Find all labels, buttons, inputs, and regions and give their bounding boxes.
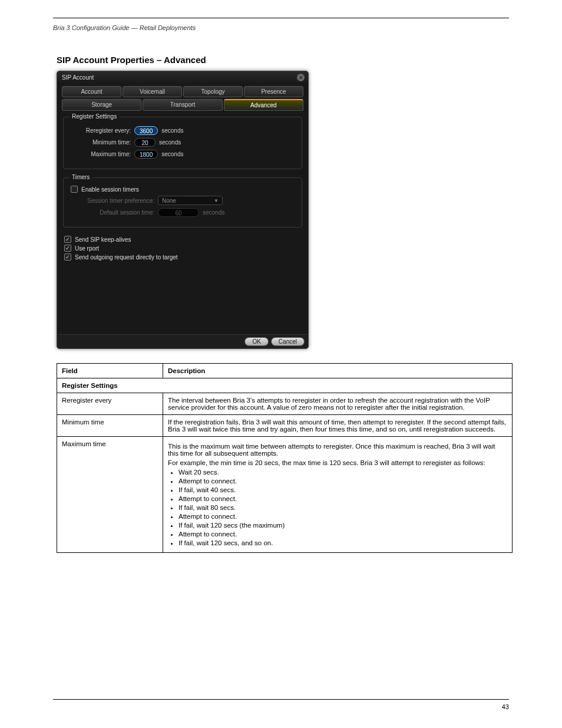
min-time-input[interactable]: 20 [134, 138, 156, 147]
tab-row-1: Account Voicemail Topology Presence [62, 86, 303, 97]
seconds-label: seconds [161, 151, 183, 157]
section-title: SIP Account Properties – Advanced [57, 55, 509, 65]
table-row: Reregister every The interval between Br… [57, 393, 513, 415]
tab-advanced[interactable]: Advanced [224, 99, 303, 111]
tab-storage[interactable]: Storage [62, 99, 141, 111]
timers-group: Timers ✓ Enable session timers Session t… [63, 177, 302, 228]
session-pref-label: Session timer preference: [70, 197, 158, 204]
sip-account-dialog: SIP Account ✕ Account Voicemail Topology… [57, 71, 309, 349]
dialog-footer: OK Cancel [57, 334, 308, 348]
min-time-label: Minimum time: [70, 139, 134, 146]
reregister-label: Reregister every: [70, 127, 134, 134]
keepalives-label: Send SIP keep-alives [75, 236, 131, 243]
field-name: Maximum time [57, 437, 163, 553]
col-description: Description [163, 364, 513, 378]
register-settings-legend: Register Settings [70, 113, 119, 120]
direct-label: Send outgoing request directly to target [75, 254, 178, 261]
reregister-input[interactable]: 3600 [134, 126, 158, 135]
tab-account[interactable]: Account [62, 86, 121, 97]
ok-button[interactable]: OK [244, 337, 268, 346]
col-field: Field [57, 364, 163, 378]
default-session-label: Default session time: [70, 209, 158, 216]
header-left: Bria 3 Configuration Guide — Retail Depl… [53, 24, 196, 31]
tab-topology[interactable]: Topology [183, 86, 243, 97]
field-description-table: Field Description Register Settings Rere… [57, 363, 513, 553]
dialog-titlebar: SIP Account ✕ [57, 71, 308, 83]
default-session-input[interactable]: 60 [158, 208, 199, 217]
field-desc: The interval between Bria 3's attempts t… [163, 393, 513, 415]
footer-page-number: 43 [502, 703, 509, 710]
max-time-label: Maximum time: [70, 151, 134, 157]
seconds-label: seconds [203, 209, 224, 216]
tab-voicemail[interactable]: Voicemail [123, 86, 182, 97]
cancel-button[interactable]: Cancel [271, 337, 305, 346]
tab-row-2: Storage Transport Advanced [62, 99, 303, 111]
field-name: Minimum time [57, 415, 163, 437]
keepalives-checkbox[interactable]: ✓ [64, 236, 71, 243]
rport-checkbox[interactable]: ✓ [64, 245, 71, 252]
table-row: Maximum time This is the maximum wait ti… [57, 437, 513, 553]
tab-presence[interactable]: Presence [244, 86, 303, 97]
field-name: Reregister every [57, 393, 163, 415]
close-icon[interactable]: ✕ [297, 74, 305, 81]
enable-session-timers-label: Enable session timers [81, 186, 139, 193]
page-header: Bria 3 Configuration Guide — Retail Depl… [53, 24, 509, 31]
direct-checkbox[interactable]: ✓ [64, 253, 71, 261]
chevron-down-icon: ▼ [214, 198, 219, 203]
register-settings-group: Register Settings Reregister every: 3600… [63, 117, 302, 169]
tab-transport[interactable]: Transport [143, 99, 222, 111]
max-time-input[interactable]: 1800 [134, 150, 158, 159]
session-pref-dropdown[interactable]: None ▼ [158, 196, 223, 205]
enable-session-timers-checkbox[interactable]: ✓ [71, 186, 78, 193]
page-footer: 43 [53, 703, 509, 710]
seconds-label: seconds [159, 139, 181, 146]
dialog-title: SIP Account [62, 74, 94, 81]
field-desc: If the reregistration fails, Bria 3 will… [163, 415, 513, 437]
rport-label: Use rport [75, 245, 99, 252]
seconds-label: seconds [161, 127, 183, 134]
session-pref-value: None [162, 197, 176, 204]
table-row: Minimum time If the reregistration fails… [57, 415, 513, 437]
field-desc: This is the maximum wait time between at… [163, 437, 513, 553]
timers-legend: Timers [70, 174, 92, 180]
table-section-header: Register Settings [57, 378, 513, 393]
